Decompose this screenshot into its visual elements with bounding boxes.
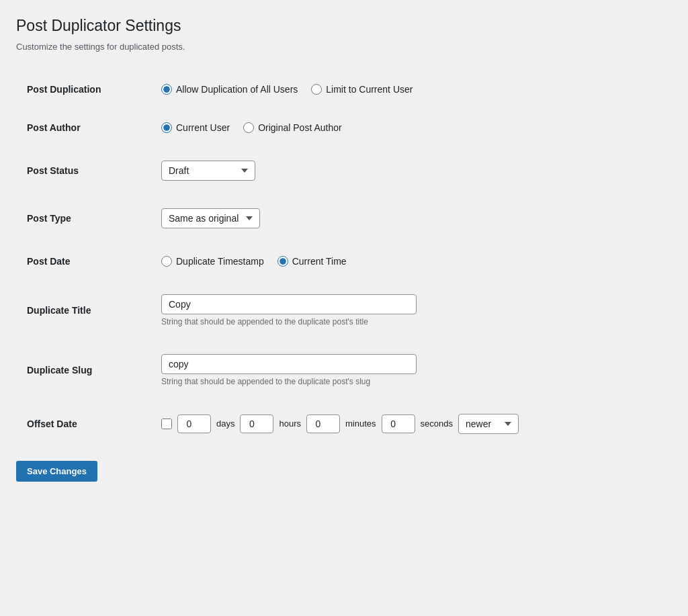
offset-seconds-input[interactable] bbox=[382, 414, 415, 433]
post-date-row: Post Date Duplicate Timestamp Current Ti… bbox=[16, 242, 621, 280]
post-type-select[interactable]: Same as original Post Page bbox=[161, 208, 260, 228]
post-status-row: Post Status Draft Published Private bbox=[16, 146, 621, 194]
post-type-value: Same as original Post Page bbox=[150, 194, 621, 242]
post-date-current-option[interactable]: Current Time bbox=[277, 256, 347, 267]
duplicate-title-row: Duplicate Title String that should be ap… bbox=[16, 280, 621, 340]
offset-date-value: days hours minutes seconds newer older bbox=[150, 400, 621, 447]
post-date-value: Duplicate Timestamp Current Time bbox=[150, 242, 621, 280]
offset-hours-unit: hours bbox=[279, 419, 301, 429]
offset-date-row: Offset Date days hours minutes seconds n… bbox=[16, 400, 621, 447]
duplicate-title-value: String that should be appended to the du… bbox=[150, 280, 621, 340]
page-subtitle: Customize the settings for duplicated po… bbox=[16, 42, 621, 52]
post-status-label: Post Status bbox=[16, 146, 150, 194]
post-duplication-all-users-label: Allow Duplication of All Users bbox=[176, 84, 298, 95]
post-author-current-user-option[interactable]: Current User bbox=[161, 122, 230, 133]
post-date-duplicate-label: Duplicate Timestamp bbox=[176, 256, 264, 267]
duplicate-slug-input[interactable] bbox=[161, 354, 417, 374]
post-date-current-label: Current Time bbox=[292, 256, 347, 267]
post-author-current-user-radio[interactable] bbox=[161, 122, 172, 133]
post-status-value: Draft Published Private bbox=[150, 146, 621, 194]
duplicate-slug-row: Duplicate Slug String that should be app… bbox=[16, 340, 621, 400]
duplicate-slug-label: Duplicate Slug bbox=[16, 340, 150, 400]
offset-minutes-input[interactable] bbox=[306, 414, 340, 433]
post-type-row: Post Type Same as original Post Page bbox=[16, 194, 621, 242]
offset-direction-select[interactable]: newer older bbox=[458, 414, 519, 434]
post-author-label: Post Author bbox=[16, 108, 150, 146]
post-status-select[interactable]: Draft Published Private bbox=[161, 161, 255, 181]
post-duplication-value: Allow Duplication of All Users Limit to … bbox=[150, 71, 621, 109]
post-duplication-label: Post Duplication bbox=[16, 71, 150, 109]
post-duplication-current-user-radio[interactable] bbox=[311, 84, 322, 95]
post-duplication-all-users-radio[interactable] bbox=[161, 84, 172, 95]
save-changes-button[interactable]: Save Changes bbox=[16, 461, 97, 482]
post-date-duplicate-radio[interactable] bbox=[161, 256, 172, 267]
duplicate-slug-value: String that should be appended to the du… bbox=[150, 340, 621, 400]
duplicate-title-label: Duplicate Title bbox=[16, 280, 150, 340]
post-duplication-all-users-option[interactable]: Allow Duplication of All Users bbox=[161, 84, 298, 95]
offset-seconds-unit: seconds bbox=[421, 419, 453, 429]
post-duplication-row: Post Duplication Allow Duplication of Al… bbox=[16, 71, 621, 109]
offset-days-unit: days bbox=[216, 419, 234, 429]
duplicate-slug-description: String that should be appended to the du… bbox=[161, 377, 610, 386]
post-author-original-radio[interactable] bbox=[243, 122, 254, 133]
post-duplication-current-user-option[interactable]: Limit to Current User bbox=[311, 84, 413, 95]
offset-date-label: Offset Date bbox=[16, 400, 150, 447]
post-author-original-option[interactable]: Original Post Author bbox=[243, 122, 342, 133]
post-date-current-radio[interactable] bbox=[277, 256, 288, 267]
offset-date-checkbox[interactable] bbox=[161, 419, 172, 429]
post-type-label: Post Type bbox=[16, 194, 150, 242]
post-author-original-label: Original Post Author bbox=[258, 122, 342, 133]
post-date-duplicate-option[interactable]: Duplicate Timestamp bbox=[161, 256, 264, 267]
post-author-row: Post Author Current User Original Post A… bbox=[16, 108, 621, 146]
post-date-label: Post Date bbox=[16, 242, 150, 280]
offset-days-input[interactable] bbox=[177, 414, 211, 433]
post-author-value: Current User Original Post Author bbox=[150, 108, 621, 146]
duplicate-title-input[interactable] bbox=[161, 294, 417, 314]
offset-minutes-unit: minutes bbox=[345, 419, 376, 429]
offset-hours-input[interactable] bbox=[240, 414, 273, 433]
post-author-current-user-label: Current User bbox=[176, 122, 230, 133]
page-title: Post Duplicator Settings bbox=[16, 16, 621, 36]
duplicate-title-description: String that should be appended to the du… bbox=[161, 317, 610, 326]
post-duplication-current-user-label: Limit to Current User bbox=[326, 84, 413, 95]
